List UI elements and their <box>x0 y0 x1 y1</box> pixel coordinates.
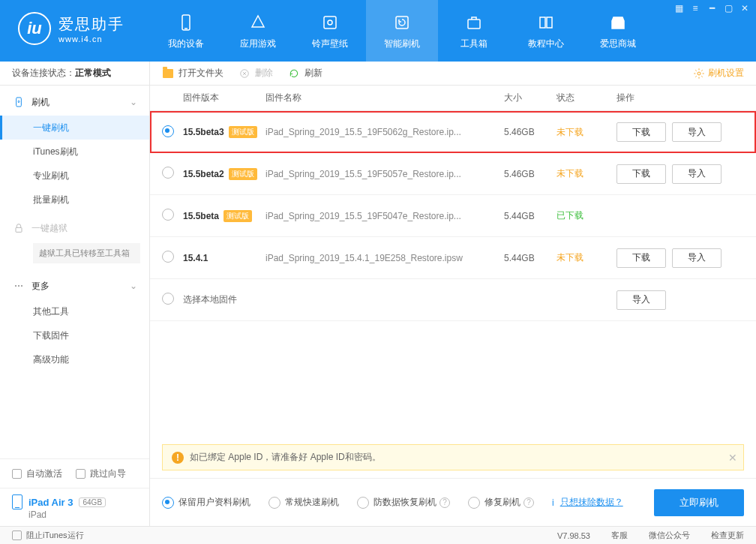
column-headers: 固件版本 固件名称 大小 状态 操作 <box>150 86 756 111</box>
firmware-radio[interactable] <box>162 209 174 221</box>
sidebar-item-other-tools[interactable]: 其他工具 <box>0 299 149 323</box>
refresh-button[interactable]: 刷新 <box>288 67 322 80</box>
nav-toolbox[interactable]: 工具箱 <box>438 0 510 62</box>
chevron-down-icon: ⌄ <box>130 97 137 107</box>
menu-icon[interactable]: ≡ <box>690 3 700 14</box>
sidebar-header-label: 刷机 <box>32 96 50 109</box>
import-button[interactable]: 导入 <box>672 122 722 142</box>
flash-now-button[interactable]: 立即刷机 <box>654 489 744 516</box>
sidebar-item-one-key-flash[interactable]: 一键刷机 <box>0 116 149 140</box>
nav-label: 爱思商城 <box>600 38 636 50</box>
erase-link[interactable]: 只想抹除数据？ <box>560 496 623 509</box>
firmware-radio[interactable] <box>162 125 174 137</box>
option-repair-flash[interactable]: 修复刷机 ? <box>468 496 534 509</box>
wechat-button[interactable]: 微信公众号 <box>649 530 690 541</box>
device-type: iPad <box>12 509 137 520</box>
local-firmware-radio[interactable] <box>162 293 174 305</box>
firmware-row[interactable]: 15.5beta3测试版iPad_Spring_2019_15.5_19F506… <box>150 111 756 153</box>
download-button[interactable]: 下载 <box>616 122 666 142</box>
option-anti-recovery-flash[interactable]: 防数据恢复刷机 ? <box>357 496 450 509</box>
firmware-row[interactable]: 15.5beta测试版iPad_Spring_2019_15.5_19F5047… <box>150 195 756 237</box>
notice-text: 如已绑定 Apple ID，请准备好 Apple ID和密码。 <box>190 451 381 464</box>
download-button[interactable]: 下载 <box>616 164 666 184</box>
sidebar-header-flash[interactable]: 刷机 ⌄ <box>0 89 149 116</box>
local-firmware-row: 选择本地固件 导入 <box>150 279 756 321</box>
option-radio[interactable] <box>162 497 174 509</box>
svg-point-10 <box>21 285 22 287</box>
nav-store[interactable]: 爱思商城 <box>582 0 654 62</box>
firmware-radio[interactable] <box>162 251 174 263</box>
warning-icon: ! <box>172 452 184 464</box>
close-icon[interactable]: ✕ <box>740 3 750 14</box>
flash-settings-button[interactable]: 刷机设置 <box>693 67 744 80</box>
help-icon[interactable]: ? <box>440 497 450 508</box>
flash-icon <box>12 95 26 109</box>
firmware-size: 5.44GB <box>504 211 556 221</box>
local-firmware-label: 选择本地固件 <box>183 293 237 306</box>
info-icon[interactable]: i <box>552 497 554 508</box>
firmware-size: 5.46GB <box>504 169 556 179</box>
nav-tutorials[interactable]: 教程中心 <box>510 0 582 62</box>
firmware-radio[interactable] <box>162 167 174 179</box>
notice-close-button[interactable]: ✕ <box>728 452 737 464</box>
sidebar-item-batch-flash[interactable]: 批量刷机 <box>0 188 149 212</box>
refresh-icon <box>288 68 300 80</box>
firmware-list: 15.5beta3测试版iPad_Spring_2019_15.5_19F506… <box>150 111 756 279</box>
jailbreak-moved-note: 越狱工具已转移至工具箱 <box>33 243 140 263</box>
firmware-version: 15.5beta2 <box>183 169 224 179</box>
sidebar-item-pro-flash[interactable]: 专业刷机 <box>0 164 149 188</box>
skip-guide-checkbox[interactable] <box>76 469 86 479</box>
sidebar-header-more[interactable]: 更多 ⌄ <box>0 272 149 299</box>
apple-id-notice: ! 如已绑定 Apple ID，请准备好 Apple ID和密码。 ✕ <box>162 444 744 470</box>
support-button[interactable]: 客服 <box>611 530 628 541</box>
brand: iu 爱思助手 www.i4.cn <box>0 0 150 45</box>
nav-my-device[interactable]: 我的设备 <box>150 0 222 62</box>
firmware-size: 5.46GB <box>504 127 556 137</box>
import-button[interactable]: 导入 <box>672 164 722 184</box>
toolbox-icon <box>465 12 483 33</box>
nav-smart-flash[interactable]: 智能刷机 <box>366 0 438 62</box>
delete-button[interactable]: 删除 <box>238 67 273 80</box>
list-icon[interactable]: ▦ <box>674 3 684 14</box>
device-card[interactable]: iPad Air 3 64GB iPad <box>0 488 149 526</box>
sidebar-item-advanced[interactable]: 高级功能 <box>0 347 149 371</box>
gear-icon <box>693 68 705 80</box>
firmware-version: 15.4.1 <box>183 253 208 263</box>
firmware-name: iPad_Spring_2019_15.5_19F5057e_Restore.i… <box>266 169 504 179</box>
sidebar-item-itunes-flash[interactable]: iTunes刷机 <box>0 140 149 164</box>
nav-apps-games[interactable]: 应用游戏 <box>222 0 294 62</box>
lock-icon <box>12 221 26 235</box>
block-itunes-checkbox[interactable] <box>12 530 22 540</box>
svg-rect-2 <box>324 17 336 29</box>
app-version: V7.98.53 <box>557 531 590 540</box>
option-preserve-data[interactable]: 保留用户资料刷机 <box>162 496 250 509</box>
help-icon[interactable]: ? <box>524 497 534 508</box>
import-local-button[interactable]: 导入 <box>616 290 666 310</box>
minimize-icon[interactable]: ━ <box>706 3 717 14</box>
sidebar-item-download-firmware[interactable]: 下载固件 <box>0 323 149 347</box>
check-update-button[interactable]: 检查更新 <box>711 530 744 541</box>
sidebar: 设备连接状态： 正常模式 刷机 ⌄ 一键刷机 iTunes刷机 专业刷机 批量刷… <box>0 62 150 526</box>
auto-activate-checkbox[interactable] <box>12 469 22 479</box>
import-button[interactable]: 导入 <box>672 248 722 268</box>
maximize-icon[interactable]: ▢ <box>723 3 734 14</box>
firmware-row[interactable]: 15.5beta2测试版iPad_Spring_2019_15.5_19F505… <box>150 153 756 195</box>
nav-ringtones[interactable]: 铃声壁纸 <box>294 0 366 62</box>
apps-icon <box>249 12 267 33</box>
delete-icon <box>238 68 250 80</box>
nav-label: 智能刷机 <box>384 38 420 50</box>
wallpaper-icon <box>321 12 339 33</box>
svg-point-3 <box>328 20 332 25</box>
firmware-row[interactable]: 15.4.1iPad_Spring_2019_15.4.1_19E258_Res… <box>150 237 756 279</box>
option-radio[interactable] <box>468 497 480 509</box>
option-normal-flash[interactable]: 常规快速刷机 <box>268 496 339 509</box>
option-radio[interactable] <box>268 497 280 509</box>
open-folder-button[interactable]: 打开文件夹 <box>162 67 224 80</box>
download-button[interactable]: 下载 <box>616 248 666 268</box>
col-action: 操作 <box>616 92 744 104</box>
chevron-down-icon: ⌄ <box>130 281 137 291</box>
folder-icon <box>162 68 174 80</box>
option-radio[interactable] <box>357 497 369 509</box>
store-icon <box>609 12 627 33</box>
flash-options-bar: 保留用户资料刷机 常规快速刷机 防数据恢复刷机 ? 修复刷机 ? i 只想抹除数… <box>150 478 756 526</box>
